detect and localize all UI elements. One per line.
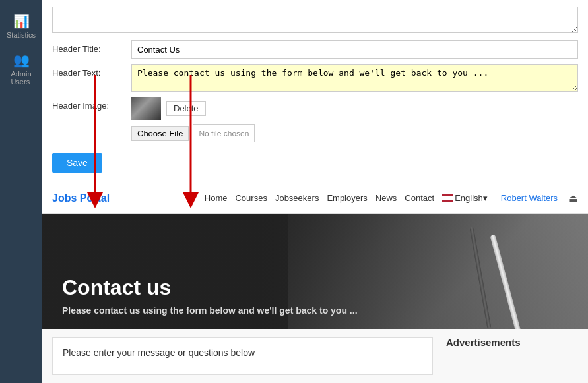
header-image-section: Delete Choose File No file chosen (131, 97, 255, 142)
portal-preview: Jobs Portal Home Courses Jobseekers Empl… (42, 183, 588, 383)
file-no-chosen: No file chosen (193, 124, 255, 142)
nav-link-jobseekers[interactable]: Jobseekers (275, 193, 319, 203)
nav-user-link[interactable]: Robert Walters (501, 193, 558, 203)
nav-language-label: English (455, 193, 483, 203)
nav-link-employers[interactable]: Employers (327, 193, 367, 203)
image-preview-row: Delete (131, 97, 206, 120)
nav-link-news[interactable]: News (376, 193, 397, 203)
header-text-input[interactable]: Please contact us using the form below a… (131, 64, 578, 92)
sidebar: 📊 Statistics 👥 AdminUsers (0, 0, 42, 383)
nav-link-contact[interactable]: Contact (405, 193, 434, 203)
nav-brand: Jobs Portal (52, 192, 110, 204)
flag-icon (442, 194, 453, 202)
hero-title: Contact us (62, 276, 568, 300)
ads-panel: Advertisements (446, 337, 578, 375)
header-title-input[interactable] (131, 40, 578, 59)
hero-container: Contact us Please contact us using the f… (42, 214, 588, 329)
content-textarea[interactable] (52, 7, 578, 33)
header-image-row: Header Image: Delete Choose File No file… (52, 97, 578, 142)
nav-language[interactable]: English ▾ (442, 193, 488, 203)
contact-form-preview: Please enter your message or questions b… (52, 337, 433, 375)
header-text-label: Header Text: (52, 64, 131, 78)
main-content: Header Title: Header Text: Please contac… (42, 0, 588, 383)
logout-icon[interactable]: ⏏ (568, 192, 578, 204)
nav-bar: Jobs Portal Home Courses Jobseekers Empl… (42, 183, 588, 214)
sidebar-item-admin-users-label: AdminUsers (11, 70, 31, 86)
header-image-label: Header Image: (52, 97, 131, 111)
sidebar-item-statistics[interactable]: 📊 Statistics (0, 7, 42, 45)
nav-link-courses[interactable]: Courses (235, 193, 267, 203)
file-input-row: Choose File No file chosen (131, 124, 255, 142)
hero-content: Contact us Please contact us using the f… (62, 276, 568, 316)
contact-form-placeholder: Please enter your message or questions b… (63, 347, 422, 358)
choose-file-button[interactable]: Choose File (131, 126, 189, 141)
dropdown-icon: ▾ (483, 193, 488, 203)
sidebar-item-statistics-label: Statistics (7, 31, 36, 39)
header-title-row: Header Title: (52, 40, 578, 59)
header-title-label: Header Title: (52, 40, 131, 54)
statistics-icon: 📊 (13, 13, 30, 29)
hero-subtitle: Please contact us using the form below a… (62, 305, 568, 316)
delete-button[interactable]: Delete (166, 101, 206, 116)
admin-users-icon: 👥 (13, 52, 30, 68)
admin-form: Header Title: Header Text: Please contac… (42, 0, 588, 183)
ads-title: Advertisements (446, 337, 578, 348)
bottom-section: Please enter your message or questions b… (42, 329, 588, 383)
hero-banner: Contact us Please contact us using the f… (42, 214, 588, 329)
header-text-row: Header Text: Please contact us using the… (52, 64, 578, 92)
image-thumbnail (131, 97, 161, 120)
save-button[interactable]: Save (52, 153, 102, 173)
sidebar-item-admin-users[interactable]: 👥 AdminUsers (0, 45, 42, 92)
nav-link-home[interactable]: Home (205, 193, 228, 203)
nav-links: Home Courses Jobseekers Employers News C… (205, 192, 578, 204)
